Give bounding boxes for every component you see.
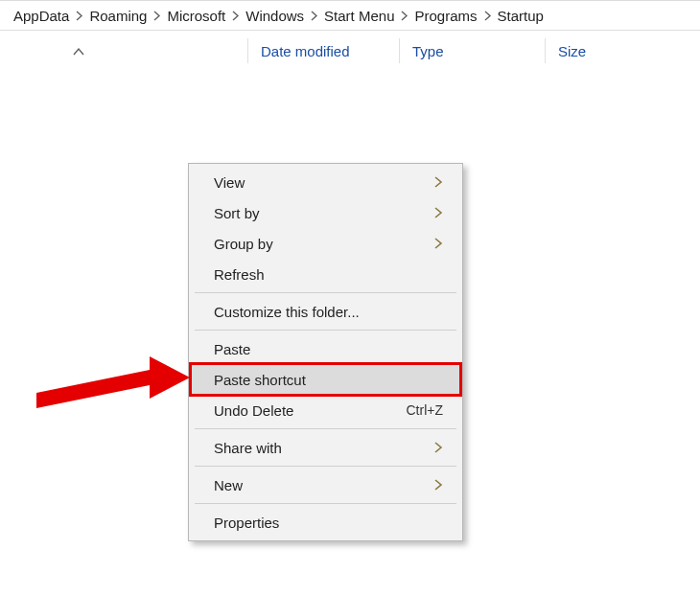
chevron-right-icon (152, 11, 161, 21)
breadcrumb-item-programs[interactable]: Programs (414, 8, 477, 24)
sort-caret-icon[interactable] (73, 43, 84, 58)
breadcrumb-item-microsoft[interactable]: Microsoft (167, 8, 225, 24)
breadcrumb-item-windows[interactable]: Windows (245, 8, 304, 24)
menu-item-paste[interactable]: Paste (191, 333, 460, 364)
breadcrumb-item-appdata[interactable]: AppData (13, 8, 69, 24)
menu-item-shortcut: Ctrl+Z (407, 402, 444, 418)
menu-separator (195, 292, 456, 293)
menu-item-label: Group by (214, 236, 433, 252)
breadcrumb-item-roaming[interactable]: Roaming (89, 8, 147, 24)
chevron-right-icon (75, 11, 83, 21)
menu-item-sort-by[interactable]: Sort by (191, 197, 460, 228)
chevron-right-icon (231, 11, 240, 21)
menu-item-label: View (214, 174, 433, 191)
menu-item-new[interactable]: New (191, 469, 460, 500)
menu-item-label: Undo Delete (214, 402, 407, 419)
menu-item-label: Share with (214, 440, 433, 456)
menu-item-paste-shortcut[interactable]: Paste shortcut (191, 364, 460, 395)
menu-item-label: Paste (214, 341, 443, 357)
column-divider[interactable] (545, 38, 546, 63)
menu-separator (195, 330, 456, 331)
column-divider[interactable] (399, 38, 400, 63)
menu-item-label: Paste shortcut (214, 372, 443, 388)
menu-item-group-by[interactable]: Group by (191, 228, 460, 259)
menu-item-customize-folder[interactable]: Customize this folder... (191, 296, 460, 327)
menu-item-label: New (214, 477, 433, 493)
column-header-size[interactable]: Size (556, 43, 588, 59)
menu-item-label: Properties (214, 515, 443, 531)
menu-item-properties[interactable]: Properties (191, 507, 460, 538)
breadcrumb-item-startmenu[interactable]: Start Menu (324, 8, 394, 24)
breadcrumb-item-startup[interactable]: Startup (498, 8, 544, 24)
menu-item-share-with[interactable]: Share with (191, 432, 460, 463)
menu-separator (195, 466, 456, 467)
menu-item-label: Refresh (214, 266, 443, 283)
annotation-arrow-icon (36, 335, 209, 424)
column-divider[interactable] (247, 38, 248, 63)
chevron-right-icon (310, 11, 318, 21)
menu-item-label: Sort by (214, 205, 433, 221)
menu-item-refresh[interactable]: Refresh (191, 259, 460, 289)
menu-item-label: Customize this folder... (214, 304, 443, 320)
chevron-right-icon (433, 478, 443, 492)
chevron-right-icon (433, 206, 443, 219)
menu-item-view[interactable]: View (191, 167, 460, 197)
menu-separator (195, 428, 456, 429)
breadcrumb[interactable]: AppData Roaming Microsoft Windows Start … (0, 0, 700, 31)
column-header-type[interactable]: Type (410, 43, 446, 59)
chevron-right-icon (433, 175, 443, 189)
column-header-date[interactable]: Date modified (259, 43, 352, 59)
menu-separator (195, 503, 456, 504)
menu-item-undo-delete[interactable]: Undo Delete Ctrl+Z (191, 395, 460, 425)
chevron-right-icon (400, 11, 408, 21)
svg-marker-0 (36, 356, 190, 408)
chevron-right-icon (483, 11, 492, 21)
chevron-right-icon (433, 237, 443, 250)
column-headers: Date modified Type Size (0, 31, 700, 71)
chevron-right-icon (433, 441, 443, 454)
context-menu: View Sort by Group by Refresh Customize … (188, 163, 463, 541)
